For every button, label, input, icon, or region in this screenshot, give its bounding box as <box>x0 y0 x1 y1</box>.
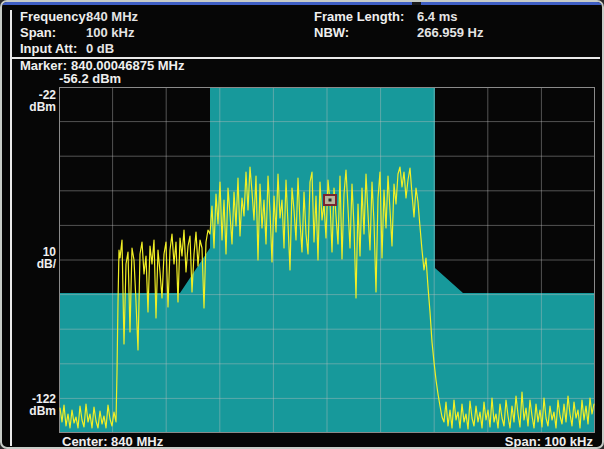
footer-center-frequency: Center: 840 MHz <box>62 434 163 449</box>
span-value: 100 kHz <box>86 25 134 41</box>
left-divider-line <box>10 10 12 446</box>
span-row: Span: 100 kHz <box>20 25 300 41</box>
nbw-value: 266.959 Hz <box>417 25 484 41</box>
marker-amplitude-value: -56.2 dBm <box>59 72 184 85</box>
nbw-row: NBW: 266.959 Hz <box>314 25 599 41</box>
nbw-label: NBW: <box>314 25 417 41</box>
yaxis-scale: 10 dB/ <box>12 246 56 270</box>
yaxis-ref-level-unit: dBm <box>12 101 56 113</box>
header-right-column: Frame Length: 6.4 ms NBW: 266.959 Hz <box>314 9 599 41</box>
input-att-label: Input Att: <box>20 41 86 57</box>
spectrum-analyzer-screen: Frequency: 840 MHz Span: 100 kHz Input A… <box>0 0 604 449</box>
yaxis-bottom-level-unit: dBm <box>12 405 56 417</box>
header-left-column: Frequency: 840 MHz Span: 100 kHz Input A… <box>20 9 300 57</box>
frequency-row: Frequency: 840 MHz <box>20 9 300 25</box>
frame-length-value: 6.4 ms <box>417 9 457 25</box>
frequency-label: Frequency: <box>20 9 86 25</box>
frequency-value: 840 MHz <box>86 9 138 25</box>
input-att-value: 0 dB <box>86 41 114 57</box>
frame-length-label: Frame Length: <box>314 9 417 25</box>
span-label: Span: <box>20 25 86 41</box>
yaxis-ref-level: -22 dBm <box>12 89 56 113</box>
frame-length-row: Frame Length: 6.4 ms <box>314 9 599 25</box>
footer-span: Span: 100 kHz <box>505 434 593 449</box>
spectrum-plot <box>59 87 595 433</box>
input-att-row: Input Att: 0 dB <box>20 41 300 57</box>
top-accent-strip <box>2 2 602 5</box>
yaxis-scale-unit: dB/ <box>12 258 56 270</box>
yaxis-bottom-level: -122 dBm <box>12 393 56 417</box>
marker-readout: Marker: 840.00046875 MHz -56.2 dBm <box>20 59 184 85</box>
top-strip-notch <box>412 2 421 5</box>
marker-indicator-dot <box>329 199 332 202</box>
